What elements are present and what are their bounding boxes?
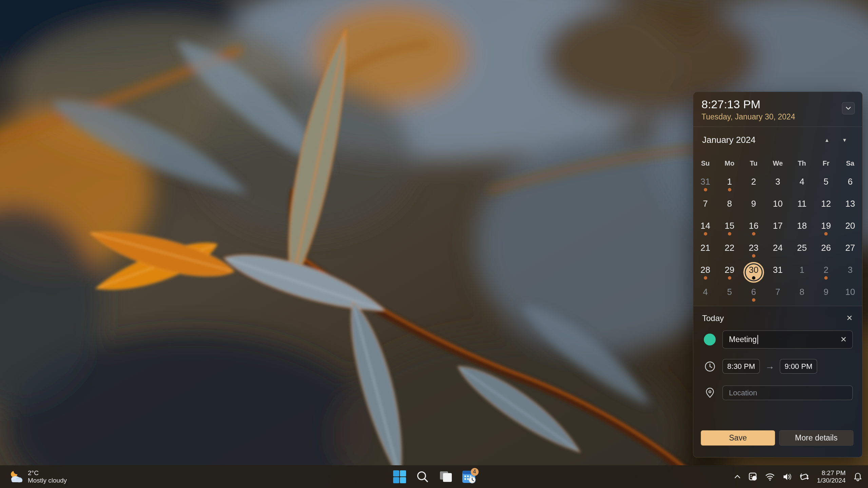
flyout-clock-date: Tuesday, January 30, 2024 bbox=[701, 112, 854, 121]
close-agenda-button[interactable]: ✕ bbox=[846, 314, 853, 322]
event-color-dot[interactable] bbox=[704, 334, 716, 345]
end-time-field[interactable]: 9:00 PM bbox=[780, 359, 817, 374]
event-indicator-dot bbox=[752, 298, 755, 302]
notification-center-button[interactable] bbox=[850, 469, 865, 485]
calendar-day[interactable]: 13 bbox=[838, 195, 862, 218]
system-tray: 8:27 PM 1/30/2024 bbox=[731, 465, 865, 488]
volume-button[interactable] bbox=[779, 469, 794, 485]
battery-saver-icon bbox=[799, 472, 810, 482]
tray-clock[interactable]: 8:27 PM 1/30/2024 bbox=[814, 469, 848, 484]
calendar-day[interactable]: 18 bbox=[790, 218, 814, 240]
calendar-day[interactable]: 24 bbox=[766, 240, 790, 262]
calendar-day[interactable]: 23 bbox=[741, 240, 766, 262]
calendar-day[interactable]: 21 bbox=[693, 240, 717, 262]
taskbar-center-icons: 4 bbox=[392, 465, 477, 488]
event-indicator-dot bbox=[752, 276, 755, 280]
day-number: 7 bbox=[775, 287, 780, 297]
calendar-day[interactable]: 5 bbox=[814, 173, 838, 195]
calendar-day[interactable]: 2 bbox=[814, 262, 838, 284]
calendar-day[interactable]: 27 bbox=[838, 240, 862, 262]
widgets-weather-button[interactable]: 2°C Mostly cloudy bbox=[5, 465, 70, 488]
calendar-day[interactable]: 1 bbox=[717, 173, 741, 195]
calendar-day[interactable]: 26 bbox=[814, 240, 838, 262]
calendar-day[interactable]: 1 bbox=[790, 262, 814, 284]
calendar-day[interactable]: 30 bbox=[741, 262, 766, 284]
day-number: 30 bbox=[749, 265, 758, 275]
calendar-day[interactable]: 9 bbox=[741, 195, 766, 218]
calendar-day[interactable]: 5 bbox=[717, 284, 741, 306]
desktop: 8:27:13 PM Tuesday, January 30, 2024 Jan… bbox=[0, 0, 868, 488]
search-icon bbox=[416, 470, 429, 484]
calendar-day[interactable]: 20 bbox=[838, 218, 862, 240]
start-button[interactable] bbox=[392, 469, 407, 485]
calendar-day[interactable]: 17 bbox=[766, 218, 790, 240]
calendar-day[interactable]: 6 bbox=[838, 173, 862, 195]
search-button[interactable] bbox=[415, 469, 430, 485]
event-indicator-dot bbox=[704, 232, 707, 236]
calendar-day[interactable]: 7 bbox=[693, 195, 717, 218]
taskbar: 2°C Mostly cloudy bbox=[0, 465, 868, 488]
calendar-day[interactable]: 28 bbox=[693, 262, 717, 284]
notification-count-badge: 4 bbox=[471, 468, 479, 476]
calendar-day[interactable]: 29 bbox=[717, 262, 741, 284]
day-number: 12 bbox=[821, 199, 831, 209]
calendar-day[interactable]: 10 bbox=[766, 195, 790, 218]
day-number: 27 bbox=[845, 243, 855, 253]
calendar-day[interactable]: 2 bbox=[741, 173, 766, 195]
calendar-day[interactable]: 12 bbox=[814, 195, 838, 218]
calendar-day[interactable]: 9 bbox=[814, 284, 838, 306]
weekday-header: We bbox=[766, 159, 790, 167]
calendar-day[interactable]: 31 bbox=[766, 262, 790, 284]
next-month-button[interactable]: ▼ bbox=[836, 133, 853, 147]
calendar-app-button[interactable]: 4 bbox=[461, 469, 477, 485]
clear-event-name-button[interactable]: ✕ bbox=[840, 336, 847, 343]
calendar-day[interactable]: 11 bbox=[790, 195, 814, 218]
day-number: 2 bbox=[751, 176, 756, 187]
calendar-day[interactable]: 4 bbox=[693, 284, 717, 306]
calendar-day[interactable]: 6 bbox=[741, 284, 766, 306]
show-hidden-icons-button[interactable] bbox=[731, 469, 744, 485]
calendar-day[interactable]: 8 bbox=[717, 195, 741, 218]
calendar-day[interactable]: 4 bbox=[790, 173, 814, 195]
event-name-input[interactable]: Meeting ✕ bbox=[722, 331, 853, 349]
calendar-day[interactable]: 19 bbox=[814, 218, 838, 240]
calendar-day[interactable]: 16 bbox=[741, 218, 766, 240]
today-label: Today bbox=[702, 314, 724, 323]
battery-saver-button[interactable] bbox=[796, 469, 812, 485]
calendar-day[interactable]: 25 bbox=[790, 240, 814, 262]
agenda-section: Today ✕ Meeting ✕ 8:30 PM bbox=[693, 306, 862, 457]
calendar-day[interactable]: 15 bbox=[717, 218, 741, 240]
collapse-calendar-button[interactable] bbox=[842, 102, 855, 114]
calendar-day[interactable]: 3 bbox=[766, 173, 790, 195]
day-number: 3 bbox=[775, 176, 780, 187]
day-number: 3 bbox=[848, 265, 852, 275]
save-button[interactable]: Save bbox=[701, 430, 775, 446]
wifi-button[interactable] bbox=[763, 469, 777, 485]
day-number: 5 bbox=[824, 176, 828, 187]
calendar-day[interactable]: 7 bbox=[766, 284, 790, 306]
task-view-button[interactable] bbox=[438, 469, 454, 485]
chevron-up-icon bbox=[734, 473, 741, 481]
day-number: 6 bbox=[751, 287, 756, 297]
calendar-grid: 3112345678910111213141516171819202122232… bbox=[693, 173, 862, 306]
event-indicator-dot bbox=[824, 232, 828, 236]
day-number: 15 bbox=[725, 221, 734, 231]
tray-app-button[interactable] bbox=[746, 469, 760, 485]
calendar-day[interactable]: 8 bbox=[790, 284, 814, 306]
day-number: 29 bbox=[725, 265, 734, 275]
calendar-day[interactable]: 14 bbox=[693, 218, 717, 240]
more-details-button[interactable]: More details bbox=[779, 430, 853, 446]
calendar-day[interactable]: 10 bbox=[838, 284, 862, 306]
previous-month-button[interactable]: ▲ bbox=[818, 133, 836, 147]
start-time-field[interactable]: 8:30 PM bbox=[722, 359, 760, 374]
day-number: 10 bbox=[845, 287, 855, 297]
tray-date: 1/30/2024 bbox=[817, 477, 846, 484]
agenda-actions: Save More details bbox=[693, 425, 862, 457]
calendar-day[interactable]: 3 bbox=[838, 262, 862, 284]
month-year-label[interactable]: January 2024 bbox=[702, 135, 818, 145]
day-number: 6 bbox=[848, 176, 852, 187]
calendar-day[interactable]: 31 bbox=[693, 173, 717, 195]
event-indicator-dot bbox=[824, 276, 828, 280]
calendar-day[interactable]: 22 bbox=[717, 240, 741, 262]
location-input[interactable]: Location bbox=[722, 386, 853, 400]
